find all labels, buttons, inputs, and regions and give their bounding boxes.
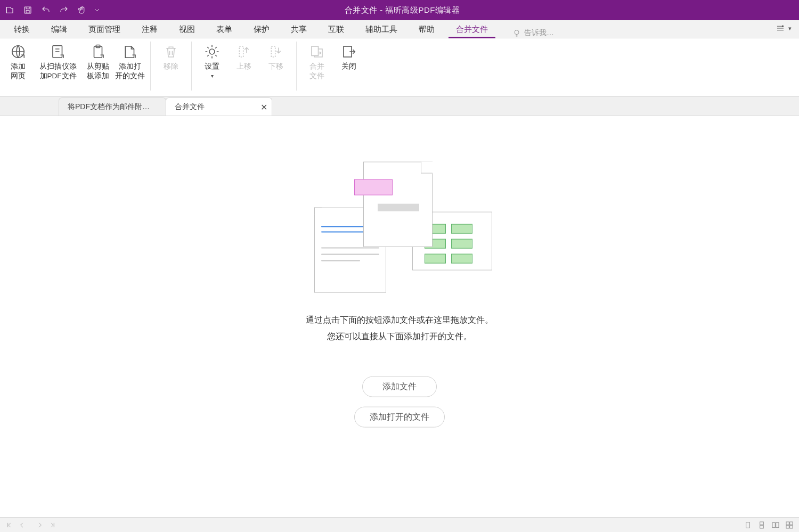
- ribbon-label: 下移: [268, 62, 283, 71]
- svg-point-3: [782, 26, 783, 27]
- ribbon-label: 上移: [237, 62, 251, 71]
- svg-rect-16: [772, 522, 775, 527]
- combine-illustration: [304, 158, 495, 296]
- ribbon-tab-help[interactable]: 帮助: [411, 21, 442, 38]
- svg-rect-11: [312, 46, 319, 56]
- nav-next-icon[interactable]: [36, 521, 44, 529]
- ribbon-btn-remove: 移除: [155, 42, 187, 71]
- svg-rect-9: [239, 46, 243, 57]
- svg-rect-13: [746, 522, 750, 528]
- hint-line-1: 通过点击下面的按钮添加文件或在这里拖放文件。: [261, 312, 538, 328]
- ribbon-btn-add-open[interactable]: 添加打 开的文件: [114, 42, 146, 81]
- illus-sheet-front: [363, 162, 433, 247]
- svg-rect-10: [271, 46, 275, 57]
- svg-rect-15: [760, 525, 764, 528]
- view-facing-icon[interactable]: [771, 521, 780, 529]
- globe-icon: [10, 44, 26, 60]
- nav-prev-icon[interactable]: [18, 521, 26, 529]
- title-doc: 合并文件: [345, 5, 378, 14]
- ribbon-separator: [150, 42, 151, 91]
- document-tab-active[interactable]: 合并文件 ✕: [166, 97, 272, 116]
- move-down-icon: [268, 44, 284, 60]
- ribbon-btn-add-web[interactable]: 添加 网页: [2, 42, 34, 81]
- ribbon-separator: [296, 42, 297, 91]
- chevron-down-icon: ▾: [211, 72, 214, 80]
- ribbon-panel: 添加 网页 从扫描仪添 加PDF文件 从剪贴 板添加 添加打 开的文件 移除 设…: [0, 38, 799, 97]
- merge-icon: [309, 44, 325, 60]
- status-bar: [0, 517, 799, 532]
- ribbon-label: 添加 网页: [11, 62, 26, 81]
- svg-rect-20: [786, 525, 789, 528]
- open-file-icon: [122, 44, 138, 60]
- view-continuous-icon[interactable]: [757, 521, 766, 529]
- svg-point-8: [209, 49, 215, 54]
- close-icon[interactable]: ✕: [260, 102, 267, 112]
- status-left: [5, 521, 56, 529]
- status-right: [744, 521, 794, 529]
- add-files-button[interactable]: 添加文件: [362, 377, 437, 397]
- ribbon-label: 添加打 开的文件: [115, 62, 145, 81]
- svg-rect-0: [25, 7, 31, 13]
- ribbon-tab-edit[interactable]: 编辑: [44, 21, 75, 38]
- view-single-icon[interactable]: [744, 521, 752, 529]
- scanner-icon: [50, 44, 66, 60]
- options-icon: [776, 23, 785, 33]
- clipboard-icon: [90, 44, 106, 60]
- qat-open-icon[interactable]: [2, 3, 17, 18]
- ribbon-tab-convert[interactable]: 转换: [6, 21, 37, 38]
- qat-more-icon[interactable]: [93, 3, 101, 18]
- view-facing-continuous-icon[interactable]: [785, 521, 794, 529]
- ribbon-label: 合并 文件: [309, 62, 324, 81]
- qat-hand-icon[interactable]: [75, 3, 89, 18]
- ribbon-btn-settings[interactable]: 设置 ▾: [196, 42, 228, 80]
- svg-rect-19: [790, 522, 793, 525]
- qat-undo-icon[interactable]: [38, 3, 53, 18]
- ribbon-btn-close[interactable]: 关闭: [333, 42, 365, 81]
- tell-me-placeholder: 告诉我…: [524, 28, 554, 38]
- trash-icon: [163, 44, 179, 60]
- exit-icon: [341, 44, 357, 60]
- ribbon-tab-protect[interactable]: 保护: [246, 21, 277, 38]
- gear-icon: [204, 44, 220, 60]
- qat-save-icon[interactable]: [20, 3, 35, 18]
- ribbon-label: 从剪贴 板添加: [87, 62, 109, 81]
- svg-rect-18: [786, 522, 789, 525]
- ribbon-tab-combine[interactable]: 合并文件: [449, 21, 495, 38]
- hint-line-2: 您还可以直接从下面添加打开的文件。: [261, 328, 538, 344]
- ribbon-label: 移除: [164, 62, 178, 71]
- ribbon-tabstrip: 转换 编辑 页面管理 注释 视图 表单 保护 共享 互联 辅助工具 帮助 合并文…: [0, 20, 799, 38]
- document-tab-label: 合并文件: [175, 102, 205, 112]
- ribbon-btn-move-down: 下移: [260, 42, 292, 80]
- ribbon-tab-accessibility[interactable]: 辅助工具: [358, 21, 405, 38]
- ribbon-options[interactable]: ▾: [776, 23, 792, 33]
- quick-access-toolbar: [0, 3, 101, 18]
- title-app: 福昕高级PDF编辑器: [385, 5, 460, 14]
- nav-last-icon[interactable]: [49, 521, 56, 529]
- document-tab[interactable]: 将PDF文档作为邮件附…: [59, 97, 166, 116]
- svg-point-2: [515, 30, 519, 35]
- ribbon-label: 设置: [205, 62, 219, 71]
- nav-first-icon[interactable]: [5, 521, 13, 529]
- svg-rect-14: [760, 522, 764, 525]
- ribbon-tab-view[interactable]: 视图: [172, 21, 202, 38]
- qat-redo-icon[interactable]: [56, 3, 71, 18]
- title-sep: -: [378, 5, 386, 14]
- ribbon-btn-add-scanner[interactable]: 从扫描仪添 加PDF文件: [34, 42, 82, 81]
- title-bar: 合并文件 - 福昕高级PDF编辑器: [0, 0, 799, 20]
- ribbon-tab-comment[interactable]: 注释: [134, 21, 165, 38]
- ribbon-btn-merge: 合并 文件: [301, 42, 333, 81]
- ribbon-btn-add-clipboard[interactable]: 从剪贴 板添加: [82, 42, 114, 81]
- workspace[interactable]: 通过点击下面的按钮添加文件或在这里拖放文件。 您还可以直接从下面添加打开的文件。…: [0, 116, 799, 517]
- ribbon-tab-share[interactable]: 共享: [283, 21, 314, 38]
- ribbon-tab-page[interactable]: 页面管理: [81, 21, 128, 38]
- move-up-icon: [236, 44, 252, 60]
- document-tabstrip: 将PDF文档作为邮件附… 合并文件 ✕: [0, 97, 799, 116]
- tell-me-search[interactable]: 告诉我…: [512, 28, 554, 38]
- document-tab-label: 将PDF文档作为邮件附…: [68, 102, 150, 112]
- svg-rect-21: [790, 525, 793, 528]
- lightbulb-icon: [512, 29, 521, 37]
- ribbon-tab-form[interactable]: 表单: [209, 21, 240, 38]
- ribbon-label: 从扫描仪添 加PDF文件: [39, 62, 77, 81]
- ribbon-tab-connect[interactable]: 互联: [321, 21, 352, 38]
- add-open-files-button[interactable]: 添加打开的文件: [354, 407, 445, 428]
